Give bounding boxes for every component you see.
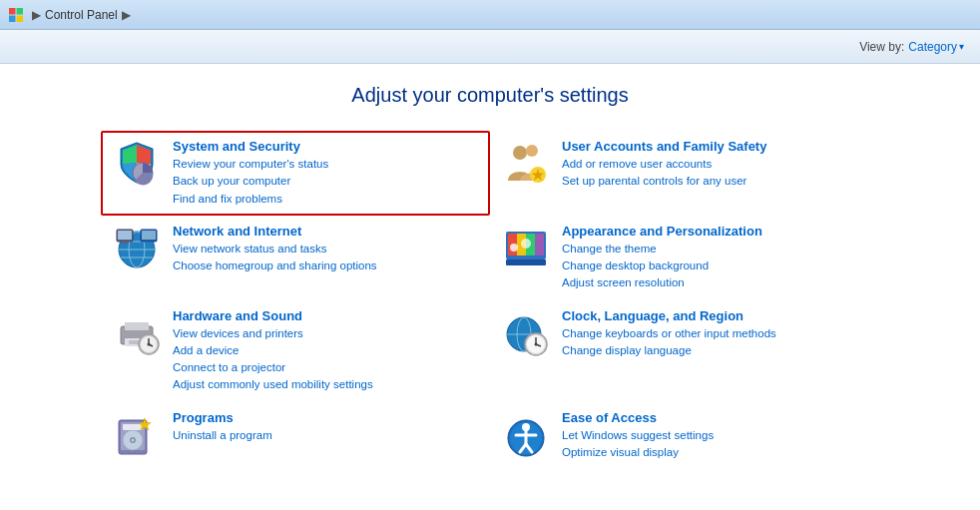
svg-point-49 [132,438,135,441]
network-link-1[interactable]: View network status and tasks [173,241,478,257]
hardware-link-1[interactable]: View devices and printers [173,325,478,342]
svg-point-5 [513,146,527,160]
categories-grid: System and Security Review your computer… [101,131,879,469]
svg-point-27 [521,239,531,249]
ease-access-title[interactable]: Ease of Access [562,410,867,425]
programs-title[interactable]: Programs [173,410,478,425]
page-title: Adjust your computer's settings [40,84,940,107]
network-link-2[interactable]: Choose homegroup and sharing options [173,257,478,274]
svg-point-44 [535,342,538,345]
appearance-text: Appearance and Personalization Change th… [562,224,867,292]
hardware-icon [113,308,161,356]
system-security-link-1[interactable]: Review your computer's status [173,156,478,173]
svg-rect-18 [142,231,156,240]
network-icon [113,224,161,271]
clock-title[interactable]: Clock, Language, and Region [562,308,867,323]
ease-access-text: Ease of Access Let Windows suggest setti… [562,410,867,462]
main-content: Adjust your computer's settings [0,64,980,489]
category-user-accounts[interactable]: User Accounts and Family Safety Add or r… [490,131,879,216]
svg-point-36 [148,342,151,345]
view-by-value: Category [908,40,957,54]
category-appearance[interactable]: Appearance and Personalization Change th… [490,216,879,300]
chevron-down-icon: ▾ [959,41,964,52]
svg-rect-0 [9,8,16,15]
windows-icon [8,7,24,23]
network-title[interactable]: Network and Internet [173,224,478,239]
ease-access-icon [502,410,550,458]
svg-rect-29 [125,322,149,330]
clock-text: Clock, Language, and Region Change keybo… [562,308,867,360]
category-ease-access[interactable]: Ease of Access Let Windows suggest setti… [490,402,879,470]
user-accounts-title[interactable]: User Accounts and Family Safety [562,139,867,154]
user-accounts-link-1[interactable]: Add or remove user accounts [562,156,867,173]
appearance-link-2[interactable]: Change desktop background [562,257,867,274]
hardware-link-2[interactable]: Add a device [173,342,478,359]
clock-icon [502,308,550,356]
category-system-security[interactable]: System and Security Review your computer… [101,131,490,216]
breadcrumb: ▶ Control Panel ▶ [8,7,135,23]
svg-rect-50 [123,424,143,430]
user-accounts-text: User Accounts and Family Safety Add or r… [562,139,867,191]
svg-rect-25 [506,259,546,265]
programs-icon [113,410,161,458]
view-by-container: View by: Category ▾ [859,40,964,54]
svg-rect-15 [118,231,132,240]
network-text: Network and Internet View network status… [173,224,478,275]
clock-link-2[interactable]: Change display language [562,342,867,359]
user-accounts-icon [502,139,550,187]
hardware-text: Hardware and Sound View devices and prin… [173,308,478,394]
svg-rect-24 [535,234,544,255]
appearance-link-3[interactable]: Adjust screen resolution [562,274,867,291]
user-accounts-link-2[interactable]: Set up parental controls for any user [562,173,867,190]
svg-rect-16 [122,242,128,244]
title-bar: ▶ Control Panel ▶ [0,0,980,30]
svg-rect-3 [17,15,24,22]
appearance-title[interactable]: Appearance and Personalization [562,224,867,239]
hardware-link-3[interactable]: Connect to a projector [173,359,478,376]
system-security-icon [113,139,161,187]
breadcrumb-arrow-2: ▶ [122,8,131,22]
hardware-link-4[interactable]: Adjust commonly used mobility settings [173,376,478,393]
category-network[interactable]: Network and Internet View network status… [101,216,490,300]
programs-link-1[interactable]: Uninstall a program [173,427,478,444]
svg-point-26 [510,244,518,252]
system-security-link-2[interactable]: Back up your computer [173,173,478,190]
svg-rect-2 [9,15,16,22]
system-security-title[interactable]: System and Security [173,139,478,154]
category-hardware[interactable]: Hardware and Sound View devices and prin… [101,300,490,402]
ease-access-link-2[interactable]: Optimize visual display [562,444,867,461]
breadcrumb-control-panel[interactable]: Control Panel [45,8,118,22]
view-by-dropdown[interactable]: Category ▾ [908,40,964,54]
appearance-icon [502,224,550,271]
svg-rect-1 [17,8,24,15]
programs-text: Programs Uninstall a program [173,410,478,444]
ease-access-link-1[interactable]: Let Windows suggest settings [562,427,867,444]
system-security-text: System and Security Review your computer… [173,139,478,208]
breadcrumb-arrow: ▶ [32,8,41,22]
appearance-link-1[interactable]: Change the theme [562,241,867,257]
clock-link-1[interactable]: Change keyboards or other input methods [562,325,867,342]
toolbar: View by: Category ▾ [0,30,980,64]
category-clock[interactable]: Clock, Language, and Region Change keybo… [490,300,879,402]
category-programs[interactable]: Programs Uninstall a program [101,402,490,470]
svg-point-6 [526,145,538,157]
hardware-title[interactable]: Hardware and Sound [173,308,478,323]
system-security-link-3[interactable]: Find and fix problems [173,191,478,208]
view-by-label: View by: [859,40,904,54]
